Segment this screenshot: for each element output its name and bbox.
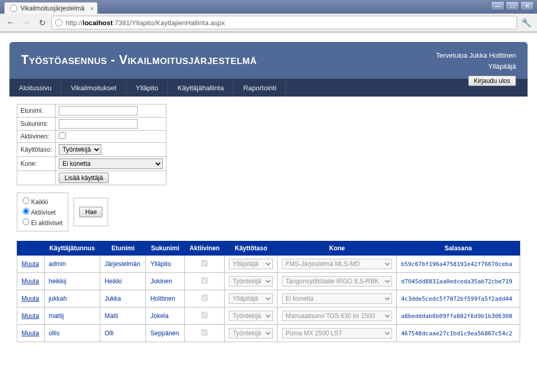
machine-select: Ei konetta xyxy=(282,293,392,304)
cell-active xyxy=(185,290,225,308)
table-row: MuutaheikkijHeikkiJokinenTyöntekijäTango… xyxy=(17,273,520,290)
kone-select[interactable]: Ei konetta xyxy=(59,158,163,169)
settings-wrench-icon[interactable]: 🔧 xyxy=(520,16,533,29)
search-button[interactable]: Hae xyxy=(79,207,102,217)
cell-machine: FMS-Järjestelmä MLS-MD xyxy=(278,256,397,273)
close-window-button[interactable]: ✕ xyxy=(520,1,534,10)
radio-ei-aktiiviset[interactable]: Ei aktiiviset xyxy=(23,217,62,228)
active-checkbox xyxy=(201,329,208,336)
label-etunimi: Etunimi: xyxy=(17,104,56,118)
kayttotaso-select[interactable]: Työntekijä xyxy=(59,144,101,155)
cell-active xyxy=(185,308,225,325)
radio-aktiiviset[interactable]: Aktiiviset xyxy=(23,207,62,217)
machine-select: FMS-Järjestelmä MLS-MD xyxy=(282,259,392,269)
cell-active xyxy=(185,256,225,273)
users-table: Käyttäjätunnus Etunimi Sukunimi Aktiivin… xyxy=(17,241,520,342)
cell-password: a8bedddab8b09ffa882f6d9b1b306308 xyxy=(396,308,520,325)
cell-username: heikkij xyxy=(44,273,100,290)
cell-username: jukkah xyxy=(44,290,100,308)
cell-username: ollis xyxy=(44,325,100,342)
close-tab-icon[interactable]: × xyxy=(90,4,94,12)
cell-role: Ylläpitäjä xyxy=(225,256,278,273)
cell-lastname: Jokinen xyxy=(146,273,185,290)
th-active: Aktiivinen xyxy=(185,241,225,256)
cell-firstname: Jukka xyxy=(100,290,146,308)
cell-password: b59c67bf196a4758191e42f76670ceba xyxy=(396,256,520,273)
label-sukunimi: Sukunimi: xyxy=(17,118,56,131)
label-kone: Kone: xyxy=(17,157,56,171)
app-header: Työstöasennus - Vikailmoitusjärjestelmä … xyxy=(9,42,528,79)
favicon-icon xyxy=(10,5,17,12)
etunimi-input[interactable] xyxy=(59,106,138,115)
active-checkbox xyxy=(201,312,208,319)
th-role: Käyttötaso xyxy=(225,241,278,256)
active-checkbox xyxy=(201,277,208,284)
logout-button[interactable]: Kirjaudu ulos xyxy=(468,76,516,86)
search-cell: Hae xyxy=(73,198,108,226)
browser-toolbar: ← → ↻ http://localhost:7381/Yllapito/Kay… xyxy=(0,14,537,32)
label-kayttotaso: Käyttötaso: xyxy=(17,143,56,157)
role-select: Työntekijä xyxy=(229,311,273,321)
cell-firstname: Järjestelmän xyxy=(100,256,146,273)
role-select: Ylläpitäjä xyxy=(229,293,273,304)
table-header-row: Käyttäjätunnus Etunimi Sukunimi Aktiivin… xyxy=(17,241,520,256)
table-row: MuutamattijMattiJokelaTyöntekijäManuaali… xyxy=(17,308,520,325)
filter-box: Kaikki Aktiiviset Ei aktiiviset Hae xyxy=(17,193,108,231)
nav-kayttajahallinta[interactable]: Käyttäjähallinta xyxy=(168,79,234,97)
cell-machine: Puma MX 2500 LST xyxy=(278,325,397,342)
add-user-button[interactable]: Lisää käyttäjä xyxy=(59,173,109,183)
cell-firstname: Matti xyxy=(100,308,146,325)
table-row: MuutaadminJärjestelmänYlläpitoYlläpitäjä… xyxy=(17,256,520,273)
radio-kaikki[interactable]: Kaikki xyxy=(23,196,62,207)
nav-raportointi[interactable]: Raportointi xyxy=(234,79,286,97)
cell-role: Työntekijä xyxy=(225,325,278,342)
th-username: Käyttäjätunnus xyxy=(44,241,100,256)
window-buttons: ― □ ✕ xyxy=(491,1,534,10)
active-checkbox xyxy=(201,260,208,267)
cell-username: mattij xyxy=(44,308,100,325)
aktiivinen-checkbox[interactable] xyxy=(59,132,66,139)
globe-icon xyxy=(55,19,62,26)
welcome-text: Tervetuloa Jukka Holttinen xyxy=(436,50,516,61)
cell-role: Ylläpitäjä xyxy=(225,290,278,308)
nav-aloitussivu[interactable]: Aloitussivu xyxy=(9,79,61,97)
forward-button[interactable]: → xyxy=(20,16,33,29)
th-lastname: Sukunimi xyxy=(146,241,185,256)
page: Työstöasennus - Vikailmoitusjärjestelmä … xyxy=(0,33,537,359)
edit-link[interactable]: Muuta xyxy=(22,278,39,285)
nav-yllapito[interactable]: Ylläpito xyxy=(127,79,169,97)
edit-link[interactable]: Muuta xyxy=(22,295,39,302)
cell-lastname: Holttinen xyxy=(146,290,185,308)
role-select: Työntekijä xyxy=(229,328,273,338)
cell-machine: Tangonsyöttölaite IRGO ILS-RBK xyxy=(278,273,397,290)
th-firstname: Etunimi xyxy=(100,241,146,256)
cell-username: admin xyxy=(44,256,100,273)
browser-tab[interactable]: Vikailmoitusjärjestelmä × xyxy=(4,2,98,14)
cell-lastname: Ylläpito xyxy=(146,256,185,273)
cell-active xyxy=(185,273,225,290)
reload-button[interactable]: ↻ xyxy=(36,16,48,29)
sukunimi-input[interactable] xyxy=(59,119,138,129)
edit-link[interactable]: Muuta xyxy=(22,312,39,320)
machine-select: Manuaalisorvi TOS 630 kv 1500 xyxy=(282,311,392,321)
user-block: Tervetuloa Jukka Holttinen Ylläpitäjä Ki… xyxy=(436,50,516,86)
machine-select: Puma MX 2500 LST xyxy=(282,328,392,338)
table-row: MuutajukkahJukkaHolttinenYlläpitäjäEi ko… xyxy=(17,290,520,308)
cell-role: Työntekijä xyxy=(225,308,278,325)
th-action xyxy=(17,241,45,256)
edit-link[interactable]: Muuta xyxy=(22,330,39,337)
cell-lastname: Seppänen xyxy=(146,325,185,342)
cell-firstname: Heikki xyxy=(100,273,146,290)
nav-vikailmoitukset[interactable]: Vikailmoitukset xyxy=(61,79,126,97)
cell-machine: Manuaalisorvi TOS 630 kv 1500 xyxy=(278,308,397,325)
edit-link[interactable]: Muuta xyxy=(22,260,39,268)
cell-password: d7045dd8831aa0edceda35ab72cbe719 xyxy=(396,273,520,290)
minimize-button[interactable]: ― xyxy=(491,1,504,10)
back-button[interactable]: ← xyxy=(4,16,17,29)
table-row: MuutaollisOlliSeppänenTyöntekijäPuma MX … xyxy=(17,325,520,342)
cell-password: 4c3dde5cedc5f7872bf599fa5f2add44 xyxy=(396,290,520,308)
label-aktiivinen: Aktiivinen: xyxy=(17,131,56,143)
address-bar[interactable]: http://localhost:7381/Yllapito/Kayttajie… xyxy=(51,16,517,29)
content: Etunimi: Sukunimi: Aktiivinen: Käyttötas… xyxy=(9,97,528,349)
maximize-button[interactable]: □ xyxy=(506,1,519,10)
